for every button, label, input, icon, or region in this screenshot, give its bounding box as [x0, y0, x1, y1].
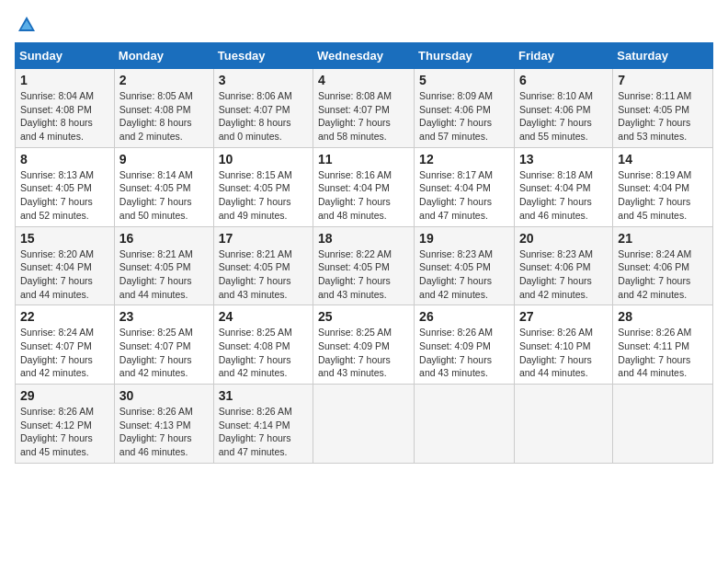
day-number: 22	[20, 309, 109, 324]
day-info: Sunrise: 8:09 AMSunset: 4:06 PMDaylight:…	[419, 89, 509, 144]
calendar-cell	[514, 385, 612, 464]
calendar-cell: 1 Sunrise: 8:04 AMSunset: 4:08 PMDayligh…	[16, 69, 115, 148]
day-info: Sunrise: 8:06 AMSunset: 4:07 PMDaylight:…	[219, 89, 308, 144]
day-number: 25	[318, 309, 409, 324]
day-number: 10	[219, 152, 308, 167]
day-info: Sunrise: 8:21 AMSunset: 4:05 PMDaylight:…	[119, 247, 209, 302]
calendar-cell: 19 Sunrise: 8:23 AMSunset: 4:05 PMDaylig…	[415, 226, 515, 305]
calendar-cell	[415, 385, 515, 464]
day-number: 3	[219, 73, 308, 87]
day-info: Sunrise: 8:11 AMSunset: 4:05 PMDaylight:…	[618, 89, 708, 144]
calendar-cell: 30 Sunrise: 8:26 AMSunset: 4:13 PMDaylig…	[114, 385, 213, 464]
weekday-header-friday: Friday	[514, 43, 612, 69]
calendar-cell: 31 Sunrise: 8:26 AMSunset: 4:14 PMDaylig…	[213, 385, 313, 464]
calendar-cell	[313, 385, 415, 464]
calendar-cell: 25 Sunrise: 8:25 AMSunset: 4:09 PMDaylig…	[313, 305, 415, 385]
day-info: Sunrise: 8:14 AMSunset: 4:05 PMDaylight:…	[119, 168, 209, 223]
day-info: Sunrise: 8:26 AMSunset: 4:11 PMDaylight:…	[618, 326, 708, 380]
day-info: Sunrise: 8:19 AMSunset: 4:04 PMDaylight:…	[618, 168, 708, 223]
day-info: Sunrise: 8:25 AMSunset: 4:09 PMDaylight:…	[318, 326, 409, 380]
calendar-table: SundayMondayTuesdayWednesdayThursdayFrid…	[15, 42, 713, 464]
calendar-cell: 22 Sunrise: 8:24 AMSunset: 4:07 PMDaylig…	[16, 305, 115, 385]
weekday-header-monday: Monday	[114, 43, 213, 69]
day-info: Sunrise: 8:26 AMSunset: 4:12 PMDaylight:…	[20, 405, 109, 459]
day-number: 24	[219, 309, 308, 324]
calendar-cell: 28 Sunrise: 8:26 AMSunset: 4:11 PMDaylig…	[613, 305, 713, 385]
calendar-cell: 20 Sunrise: 8:23 AMSunset: 4:06 PMDaylig…	[514, 226, 612, 305]
day-info: Sunrise: 8:22 AMSunset: 4:05 PMDaylight:…	[318, 247, 409, 302]
day-number: 1	[20, 73, 109, 87]
day-number: 18	[318, 231, 409, 246]
logo	[15, 15, 37, 35]
calendar-cell: 5 Sunrise: 8:09 AMSunset: 4:06 PMDayligh…	[415, 69, 515, 148]
day-number: 19	[419, 231, 509, 246]
day-info: Sunrise: 8:16 AMSunset: 4:04 PMDaylight:…	[318, 168, 409, 223]
day-info: Sunrise: 8:10 AMSunset: 4:06 PMDaylight:…	[519, 89, 608, 144]
day-info: Sunrise: 8:25 AMSunset: 4:07 PMDaylight:…	[119, 326, 209, 380]
day-info: Sunrise: 8:21 AMSunset: 4:05 PMDaylight:…	[219, 247, 308, 302]
day-number: 14	[618, 152, 708, 167]
day-info: Sunrise: 8:13 AMSunset: 4:05 PMDaylight:…	[20, 168, 109, 223]
day-number: 7	[618, 73, 708, 87]
calendar-cell: 4 Sunrise: 8:08 AMSunset: 4:07 PMDayligh…	[313, 69, 415, 148]
calendar-cell: 27 Sunrise: 8:26 AMSunset: 4:10 PMDaylig…	[514, 305, 612, 385]
day-number: 30	[119, 388, 209, 403]
calendar-cell: 13 Sunrise: 8:18 AMSunset: 4:04 PMDaylig…	[514, 147, 612, 226]
day-number: 5	[419, 73, 509, 87]
calendar-cell: 26 Sunrise: 8:26 AMSunset: 4:09 PMDaylig…	[415, 305, 515, 385]
day-number: 28	[618, 309, 708, 324]
day-info: Sunrise: 8:17 AMSunset: 4:04 PMDaylight:…	[419, 168, 509, 223]
logo-icon	[17, 15, 37, 35]
day-info: Sunrise: 8:26 AMSunset: 4:10 PMDaylight:…	[519, 326, 608, 380]
calendar-cell: 8 Sunrise: 8:13 AMSunset: 4:05 PMDayligh…	[16, 147, 115, 226]
day-info: Sunrise: 8:23 AMSunset: 4:05 PMDaylight:…	[419, 247, 509, 302]
weekday-header-thursday: Thursday	[415, 43, 515, 69]
day-number: 17	[219, 231, 308, 246]
calendar-cell: 16 Sunrise: 8:21 AMSunset: 4:05 PMDaylig…	[114, 226, 213, 305]
day-number: 31	[219, 388, 308, 403]
calendar-cell: 11 Sunrise: 8:16 AMSunset: 4:04 PMDaylig…	[313, 147, 415, 226]
day-info: Sunrise: 8:24 AMSunset: 4:07 PMDaylight:…	[20, 326, 109, 380]
day-number: 29	[20, 388, 109, 403]
calendar-cell: 10 Sunrise: 8:15 AMSunset: 4:05 PMDaylig…	[213, 147, 313, 226]
calendar-cell: 29 Sunrise: 8:26 AMSunset: 4:12 PMDaylig…	[16, 385, 115, 464]
day-number: 6	[519, 73, 608, 87]
day-number: 13	[519, 152, 608, 167]
day-info: Sunrise: 8:24 AMSunset: 4:06 PMDaylight:…	[618, 247, 708, 302]
day-info: Sunrise: 8:26 AMSunset: 4:14 PMDaylight:…	[219, 405, 308, 459]
calendar-cell: 9 Sunrise: 8:14 AMSunset: 4:05 PMDayligh…	[114, 147, 213, 226]
weekday-header-sunday: Sunday	[16, 43, 115, 69]
day-info: Sunrise: 8:26 AMSunset: 4:09 PMDaylight:…	[419, 326, 509, 380]
day-number: 12	[419, 152, 509, 167]
calendar-cell: 14 Sunrise: 8:19 AMSunset: 4:04 PMDaylig…	[613, 147, 713, 226]
day-info: Sunrise: 8:05 AMSunset: 4:08 PMDaylight:…	[119, 89, 209, 144]
day-number: 26	[419, 309, 509, 324]
day-number: 27	[519, 309, 608, 324]
calendar-cell: 7 Sunrise: 8:11 AMSunset: 4:05 PMDayligh…	[613, 69, 713, 148]
day-number: 15	[20, 231, 109, 246]
day-number: 8	[20, 152, 109, 167]
calendar-cell: 18 Sunrise: 8:22 AMSunset: 4:05 PMDaylig…	[313, 226, 415, 305]
day-info: Sunrise: 8:08 AMSunset: 4:07 PMDaylight:…	[318, 89, 409, 144]
calendar-cell: 6 Sunrise: 8:10 AMSunset: 4:06 PMDayligh…	[514, 69, 612, 148]
calendar-cell: 15 Sunrise: 8:20 AMSunset: 4:04 PMDaylig…	[16, 226, 115, 305]
calendar-cell	[613, 385, 713, 464]
day-info: Sunrise: 8:04 AMSunset: 4:08 PMDaylight:…	[20, 89, 109, 144]
calendar-cell: 21 Sunrise: 8:24 AMSunset: 4:06 PMDaylig…	[613, 226, 713, 305]
day-info: Sunrise: 8:25 AMSunset: 4:08 PMDaylight:…	[219, 326, 308, 380]
day-number: 2	[119, 73, 209, 87]
calendar-cell: 17 Sunrise: 8:21 AMSunset: 4:05 PMDaylig…	[213, 226, 313, 305]
day-number: 21	[618, 231, 708, 246]
page-header	[15, 15, 713, 35]
day-info: Sunrise: 8:20 AMSunset: 4:04 PMDaylight:…	[20, 247, 109, 302]
day-number: 11	[318, 152, 409, 167]
day-number: 23	[119, 309, 209, 324]
calendar-cell: 3 Sunrise: 8:06 AMSunset: 4:07 PMDayligh…	[213, 69, 313, 148]
day-info: Sunrise: 8:18 AMSunset: 4:04 PMDaylight:…	[519, 168, 608, 223]
calendar-cell: 12 Sunrise: 8:17 AMSunset: 4:04 PMDaylig…	[415, 147, 515, 226]
calendar-cell: 2 Sunrise: 8:05 AMSunset: 4:08 PMDayligh…	[114, 69, 213, 148]
weekday-header-wednesday: Wednesday	[313, 43, 415, 69]
day-number: 16	[119, 231, 209, 246]
calendar-cell: 24 Sunrise: 8:25 AMSunset: 4:08 PMDaylig…	[213, 305, 313, 385]
calendar-cell: 23 Sunrise: 8:25 AMSunset: 4:07 PMDaylig…	[114, 305, 213, 385]
